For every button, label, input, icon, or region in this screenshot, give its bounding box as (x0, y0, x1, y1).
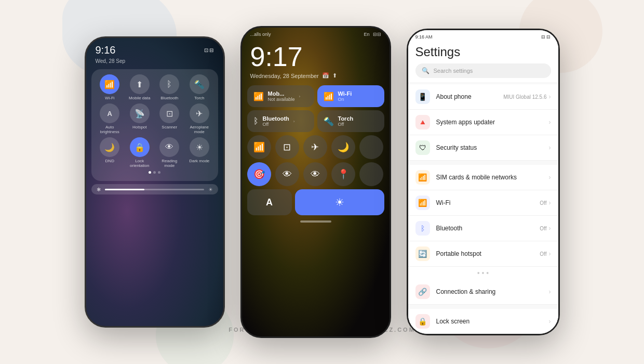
battery-text-icon: ⊡ ⊟ (204, 47, 214, 53)
qs-grid-row2: A Auto brightness 📡 Hotspot ⊡ (97, 103, 213, 134)
cc-round-focus[interactable]: 🎯 (247, 162, 271, 186)
settings-header: Settings 🔍 Search settings (408, 42, 558, 82)
sim-label: SIM cards & mobile networks (436, 174, 543, 181)
qs-mobile-data[interactable]: ⬆ Mobile data (126, 74, 153, 100)
hotspot-icon: 📡 (135, 109, 145, 119)
aeroplane-icon-btn[interactable]: ✈ (190, 103, 209, 123)
cc-wifi-text: Wi-Fi On (338, 90, 352, 102)
brightness-track (105, 189, 204, 190)
qs-hotspot[interactable]: 📡 Hotspot (126, 103, 153, 134)
cc-round-row1: 📶 ⊡ ✈ 🌙 (247, 135, 384, 159)
cc-round-eye[interactable]: 👁 (275, 162, 299, 186)
cc-torch-text: Torch Off (338, 115, 354, 127)
system-updater-text: System apps updater (436, 119, 543, 126)
qs-wifi[interactable]: 📶 Wi-Fi (97, 74, 124, 100)
cc-brightness-slider[interactable]: ☀ (295, 189, 384, 215)
bluetooth-settings-text: Bluetooth (436, 225, 534, 232)
dark-mode-icon-btn[interactable]: ☀ (190, 137, 209, 157)
phone1-time: 9:16 (96, 44, 116, 56)
system-updater-icon: 🔺 (415, 115, 430, 129)
lock-orientation-label: Lock orientation (126, 159, 153, 168)
cc-torch-card[interactable]: 🔦 Torch Off (317, 110, 384, 132)
cc-round-wifi[interactable]: 📶 (247, 135, 271, 159)
cc-torch-label: Torch (338, 115, 354, 122)
connection-sharing-text: Connection & sharing (436, 288, 543, 295)
settings-item-bluetooth[interactable]: ᛒ Bluetooth Off › (408, 216, 558, 241)
cc-wifi-card[interactable]: 📶 Wi-Fi On (317, 85, 384, 107)
torch-label: Torch (194, 96, 205, 100)
settings-item-system-updater[interactable]: 🔺 System apps updater › (408, 110, 558, 135)
qs-reading-mode[interactable]: 👁 Reading mode (156, 137, 183, 168)
system-updater-right: › (549, 119, 551, 126)
qs-auto-brightness[interactable]: A Auto brightness (97, 103, 124, 134)
aeroplane-round-icon: ✈ (311, 141, 319, 153)
sim-icon: 📶 (415, 170, 430, 185)
settings-item-sim[interactable]: 📶 SIM cards & mobile networks › (408, 165, 558, 190)
mobile-data-icon-btn[interactable]: ⬆ (130, 74, 150, 94)
lock-orientation-icon-btn[interactable]: 🔒 (130, 137, 150, 157)
auto-brightness-icon-btn[interactable]: A (100, 103, 119, 123)
cc-bt-torch-cards: ᛒ Bluetooth Off › 🔦 Torch Off (247, 110, 384, 132)
about-phone-label: About phone (436, 93, 498, 100)
settings-item-connection-sharing[interactable]: 🔗 Connection & sharing › (408, 279, 558, 305)
phone2-signal-text: ...alls only (250, 32, 271, 37)
bluetooth-icon: ᛒ (167, 80, 172, 89)
settings-item-security[interactable]: 🛡 Security status › (408, 135, 558, 161)
settings-search-bar[interactable]: 🔍 Search settings (415, 63, 551, 78)
cc-round-eye2[interactable]: 👁 (303, 162, 327, 186)
phone3-status-bar: 9:16 AM ⊟ ⊟ (408, 30, 558, 42)
cc-mobile-data-card[interactable]: 📶 Mob... Not available › (247, 85, 314, 107)
settings-item-wifi[interactable]: 📶 Wi-Fi Off › (408, 190, 558, 216)
bluetooth-icon-cc: ᛒ (253, 116, 259, 126)
wifi-settings-right: Off › (540, 199, 551, 206)
wifi-icon: 📶 (104, 80, 115, 89)
torch-icon-btn[interactable]: 🔦 (190, 74, 209, 94)
cc-round-aeroplane[interactable]: ✈ (303, 135, 327, 159)
cc-top-cards: 📶 Mob... Not available › 📶 Wi-Fi On (247, 85, 384, 107)
system-updater-chevron: › (549, 119, 551, 126)
qs-aeroplane[interactable]: ✈ Aeroplane mode (186, 103, 213, 134)
wifi-label: Wi-Fi (105, 96, 115, 100)
wifi-settings-text: Wi-Fi (436, 199, 534, 206)
qs-dark-mode[interactable]: ☀ Dark mode (186, 137, 213, 168)
hotspot-settings-icon: 🔄 (415, 246, 430, 261)
phone2-lang: En (364, 32, 369, 37)
search-placeholder: Search settings (434, 68, 473, 74)
calendar-icon: 📅 (322, 72, 329, 79)
bluetooth-settings-right: Off › (540, 225, 551, 232)
sim-chevron: › (549, 174, 551, 181)
phone3-frame: 9:16 AM ⊟ ⊟ Settings 🔍 Search settings 📱… (407, 29, 560, 335)
settings-item-about-phone[interactable]: 📱 About phone MIUI Global 12.5.6 › (408, 84, 558, 110)
cc-round-location[interactable]: 📍 (331, 162, 355, 186)
mobile-data-icon: ⬆ (136, 80, 143, 89)
cc-round-scanner[interactable]: ⊡ (275, 135, 299, 159)
settings-item-lock-screen[interactable]: 🔒 Lock screen › (408, 309, 558, 334)
lock-screen-chevron: › (549, 318, 551, 325)
qs-lock-orientation[interactable]: 🔒 Lock orientation (126, 137, 153, 168)
wifi-status: Off (540, 200, 546, 206)
cc-bluetooth-card[interactable]: ᛒ Bluetooth Off › (247, 110, 314, 132)
cc-auto-brightness-btn[interactable]: A (247, 189, 292, 215)
auto-brightness-icon: A (108, 110, 112, 118)
wifi-icon-btn[interactable]: 📶 (100, 74, 119, 94)
sim-text: SIM cards & mobile networks (436, 174, 543, 181)
qs-torch[interactable]: 🔦 Torch (186, 74, 213, 100)
qs-scanner[interactable]: ⊡ Scanner (156, 103, 183, 134)
cc-round-moon[interactable]: 🌙 (331, 135, 355, 159)
bluetooth-icon-btn[interactable]: ᛒ (159, 74, 179, 94)
wifi-settings-icon: 📶 (415, 196, 430, 210)
brightness-bar[interactable]: ✱ ☀ (91, 184, 218, 194)
aeroplane-icon: ✈ (196, 109, 203, 119)
cc-bluetooth-sub: Off (263, 122, 289, 127)
dnd-icon-btn[interactable]: 🌙 (100, 137, 119, 157)
scanner-icon-btn[interactable]: ⊡ (159, 103, 179, 123)
hotspot-settings-right: Off › (540, 250, 551, 257)
qs-grid-row3: 🌙 DND 🔒 Lock orientation 👁 (97, 137, 213, 168)
reading-mode-icon-btn[interactable]: 👁 (159, 137, 179, 157)
brightness-slider-icon: ☀ (335, 196, 344, 209)
settings-item-hotspot[interactable]: 🔄 Portable hotspot Off › (408, 241, 558, 267)
hotspot-settings-label: Portable hotspot (436, 250, 534, 257)
qs-dnd[interactable]: 🌙 DND (97, 137, 124, 168)
qs-bluetooth[interactable]: ᛒ Bluetooth (156, 74, 183, 100)
hotspot-icon-btn[interactable]: 📡 (130, 103, 150, 123)
